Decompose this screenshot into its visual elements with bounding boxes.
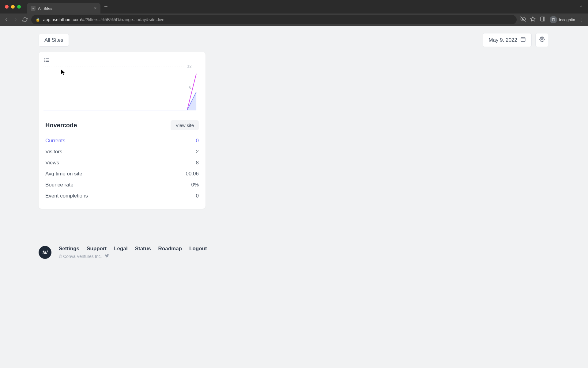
chart-area[interactable]: 12 6 xyxy=(39,52,205,112)
tab-overflow-icon[interactable] xyxy=(579,4,583,10)
incognito-indicator[interactable]: Incognito xyxy=(550,16,575,23)
stat-value: 0 xyxy=(196,193,199,199)
browser-tab-bar: fa/ All Sites × + xyxy=(0,0,588,13)
traffic-chart: 12 6 xyxy=(43,57,202,112)
stat-value: 8 xyxy=(196,160,199,166)
view-site-label: View site xyxy=(175,123,194,128)
stat-value: 2 xyxy=(196,149,199,155)
footer-link-legal[interactable]: Legal xyxy=(114,246,127,252)
stat-value: 0 xyxy=(196,138,199,144)
incognito-label: Incognito xyxy=(559,17,575,22)
svg-point-5 xyxy=(554,19,555,21)
footer-logo-text: fa/ xyxy=(43,250,47,255)
tab-favicon: fa/ xyxy=(31,6,36,11)
svg-point-4 xyxy=(552,19,553,21)
stat-label: Views xyxy=(45,160,59,166)
site-stats: Currents 0 Visitors 2 Views 8 Avg time o… xyxy=(39,134,205,209)
gear-icon xyxy=(539,36,545,44)
site-selector[interactable]: All Sites xyxy=(39,34,69,47)
list-view-toggle[interactable] xyxy=(44,57,50,64)
stat-value: 0% xyxy=(191,182,199,188)
date-range-label: May 9, 2022 xyxy=(488,37,517,43)
close-window-button[interactable] xyxy=(5,5,9,9)
page-header: All Sites May 9, 2022 xyxy=(0,26,588,52)
window-controls xyxy=(5,5,21,9)
site-card: 12 6 Hovercode View site Curre xyxy=(39,52,205,209)
stat-label: Bounce rate xyxy=(45,182,74,188)
stat-row-bounce[interactable]: Bounce rate 0% xyxy=(45,179,199,190)
svg-rect-6 xyxy=(521,37,525,42)
browser-toolbar: 🔒 app.usefathom.com/#/?filters=%5B%5D&ra… xyxy=(0,13,588,26)
lock-icon: 🔒 xyxy=(36,17,40,22)
stat-row-views[interactable]: Views 8 xyxy=(45,157,199,168)
settings-button[interactable] xyxy=(535,33,549,47)
bookmark-star-icon[interactable] xyxy=(530,16,536,23)
menu-icon[interactable]: ⋮ xyxy=(579,17,584,23)
svg-point-14 xyxy=(45,59,45,59)
footer-link-settings[interactable]: Settings xyxy=(59,246,79,252)
page-footer: fa/ Settings Support Legal Status Roadma… xyxy=(39,246,588,259)
ytick-6: 6 xyxy=(189,86,191,90)
site-selector-label: All Sites xyxy=(44,37,63,43)
svg-point-10 xyxy=(541,39,543,40)
view-site-button[interactable]: View site xyxy=(171,120,199,130)
svg-rect-2 xyxy=(541,17,545,21)
date-range-selector[interactable]: May 9, 2022 xyxy=(483,33,532,47)
stat-label: Visitors xyxy=(45,149,62,155)
stat-row-events[interactable]: Event completions 0 xyxy=(45,190,199,201)
browser-tab[interactable]: fa/ All Sites × xyxy=(27,3,100,13)
address-bar[interactable]: 🔒 app.usefathom.com/#/?filters=%5B%5D&ra… xyxy=(31,15,517,24)
panel-icon[interactable] xyxy=(540,16,545,23)
footer-link-status[interactable]: Status xyxy=(135,246,151,252)
incognito-icon xyxy=(550,16,557,23)
footer-logo[interactable]: fa/ xyxy=(39,246,51,259)
back-button[interactable] xyxy=(4,17,9,22)
site-name[interactable]: Hovercode xyxy=(45,122,77,129)
ytick-12: 12 xyxy=(187,64,191,68)
stat-label: Avg time on site xyxy=(45,171,82,177)
forward-button[interactable] xyxy=(13,17,18,22)
tab-close-icon[interactable]: × xyxy=(94,6,97,11)
stat-label: Event completions xyxy=(45,193,88,199)
minimize-window-button[interactable] xyxy=(11,5,15,9)
app-viewport: All Sites May 9, 2022 xyxy=(0,26,588,259)
eye-slash-icon[interactable] xyxy=(520,16,526,23)
url-path: /#/?filters=%5B%5D&range=today&site=live xyxy=(81,17,164,22)
footer-link-roadmap[interactable]: Roadmap xyxy=(158,246,182,252)
url-host: app.usefathom.com xyxy=(43,17,81,22)
site-card-header: Hovercode View site xyxy=(39,112,205,134)
url: app.usefathom.com/#/?filters=%5B%5D&rang… xyxy=(43,17,164,22)
stat-row-currents[interactable]: Currents 0 xyxy=(45,135,199,146)
tab-title: All Sites xyxy=(38,6,92,11)
stat-value: 00:06 xyxy=(186,171,199,177)
stat-label: Currents xyxy=(45,138,65,144)
stat-row-avg-time[interactable]: Avg time on site 00:06 xyxy=(45,168,199,179)
calendar-icon xyxy=(520,36,526,44)
svg-point-16 xyxy=(45,61,45,62)
reload-button[interactable] xyxy=(22,17,28,22)
new-tab-button[interactable]: + xyxy=(104,3,108,10)
svg-marker-1 xyxy=(531,17,535,21)
copyright-text: © Conva Ventures Inc. xyxy=(59,254,102,259)
footer-link-support[interactable]: Support xyxy=(87,246,107,252)
stat-row-visitors[interactable]: Visitors 2 xyxy=(45,146,199,157)
maximize-window-button[interactable] xyxy=(17,5,21,9)
svg-point-15 xyxy=(45,60,45,60)
twitter-icon[interactable] xyxy=(105,254,109,259)
footer-link-logout[interactable]: Logout xyxy=(189,246,207,252)
